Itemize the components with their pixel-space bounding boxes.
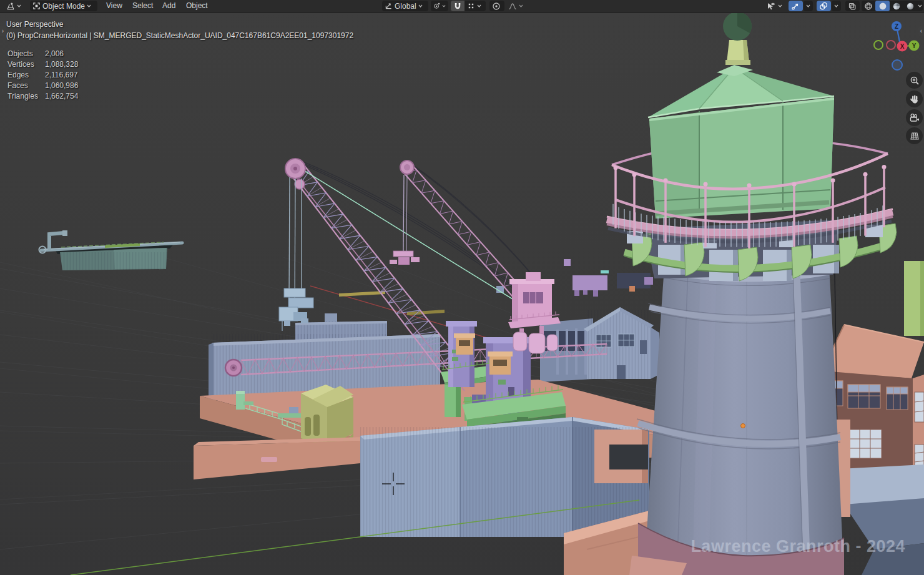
material-preview-icon (892, 2, 901, 11)
shading-wireframe-button[interactable] (862, 1, 875, 11)
pivot-point-icon (433, 2, 440, 10)
stat-row: Faces1,060,986 (7, 81, 78, 91)
snap-with-icon (467, 2, 475, 10)
gizmo-axis-z-neg[interactable] (892, 60, 902, 70)
show-overlays-icon (819, 2, 828, 11)
show-overlays-toggle[interactable] (817, 1, 831, 11)
3d-viewport-editor-icon (6, 2, 15, 11)
menu-object[interactable]: Object (182, 0, 212, 12)
view-perspective-label: User Perspective (6, 20, 63, 29)
wireframe-shading-icon (864, 2, 873, 11)
stat-row: Triangles1,662,754 (7, 91, 78, 102)
shading-solid-button[interactable] (875, 1, 890, 11)
gizmo-axis-x-neg[interactable] (887, 41, 895, 49)
chevron-down-icon (834, 4, 838, 7)
show-object-types-icon (767, 2, 776, 11)
shading-rendered-button[interactable] (903, 1, 917, 11)
magnet-icon (453, 2, 462, 11)
chevron-down-icon (418, 4, 423, 7)
show-gizmo-icon (791, 2, 800, 11)
camera-view-icon (909, 113, 920, 123)
chevron-down-icon (87, 4, 91, 7)
object-mode-icon (32, 2, 41, 10)
lantern-room (649, 97, 834, 219)
menu-view[interactable]: View (102, 0, 126, 12)
proportional-editing-toggle[interactable] (489, 1, 504, 11)
falloff-dropdown[interactable] (506, 1, 529, 11)
show-gizmo-toggle[interactable] (789, 1, 803, 11)
toolbar-expand-arrow[interactable]: › (0, 26, 6, 36)
transform-orientation-dropdown[interactable]: Global (382, 1, 428, 11)
orientation-label: Global (395, 2, 416, 11)
mode-dropdown[interactable]: Object Mode (30, 1, 97, 11)
gizmo-dropdown[interactable] (804, 1, 813, 11)
watermark-text: Lawrence Granroth - 2024 (691, 537, 905, 556)
chevron-down-icon (477, 4, 481, 7)
shading-dropdown[interactable] (917, 1, 923, 11)
zoom-button[interactable] (906, 72, 923, 89)
svg-text:Y: Y (912, 42, 917, 49)
active-object-label: (0) PropCraneHorizontal | SM_MERGED_Stat… (6, 31, 353, 40)
solid-shading-icon (878, 2, 887, 11)
svg-text:X: X (900, 43, 905, 50)
pan-button[interactable] (906, 91, 923, 107)
shading-mode-group (862, 1, 923, 11)
shading-material-button[interactable] (890, 1, 903, 11)
overlays-dropdown[interactable] (832, 1, 841, 11)
viewport-3d[interactable] (0, 0, 924, 575)
falloff-curve-icon (508, 2, 517, 11)
blender-window: Object Mode View Select Add Object Globa… (0, 0, 924, 575)
chevron-down-icon (442, 4, 446, 7)
menu-add[interactable]: Add (159, 0, 179, 12)
snap-toggle[interactable] (451, 1, 464, 11)
transform-orientation-icon (385, 2, 393, 10)
chevron-down-icon (519, 4, 523, 7)
viewport-header: Object Mode View Select Add Object Globa… (0, 0, 924, 13)
stat-row: Edges2,116,697 (7, 70, 78, 81)
toggle-xray-button[interactable] (845, 1, 860, 11)
svg-text:Z: Z (895, 23, 898, 30)
gabled-warehouse[interactable] (584, 307, 659, 379)
chevron-down-icon (778, 4, 782, 7)
navigation-gizmo[interactable]: Z X Y (869, 15, 924, 77)
pan-hand-icon (910, 94, 920, 104)
stat-row: Vertices1,088,328 (7, 59, 78, 70)
pivot-point-dropdown[interactable] (431, 1, 448, 11)
chevron-down-icon (17, 4, 21, 7)
proportional-editing-icon (492, 2, 501, 11)
zoom-icon (910, 76, 920, 86)
chevron-down-icon (918, 4, 922, 7)
gizmo-axis-y-neg[interactable] (874, 41, 883, 49)
snap-with-dropdown[interactable] (464, 1, 486, 11)
rendered-shading-icon (906, 2, 915, 11)
stat-row: Objects2,006 (7, 49, 78, 59)
show-object-types-dropdown[interactable] (764, 1, 787, 11)
camera-view-button[interactable] (906, 109, 923, 126)
editor-type-dropdown[interactable] (4, 1, 26, 11)
object-origin-dot (741, 424, 745, 428)
menu-select[interactable]: Select (129, 0, 157, 12)
chevron-down-icon (806, 4, 810, 7)
scene-statistics: Objects2,006 Vertices1,088,328 Edges2,11… (7, 49, 78, 102)
toggle-xray-icon (848, 2, 857, 11)
toggle-ortho-button[interactable] (906, 127, 923, 144)
toggle-ortho-grid-icon (910, 131, 920, 141)
mode-label: Object Mode (42, 2, 85, 11)
